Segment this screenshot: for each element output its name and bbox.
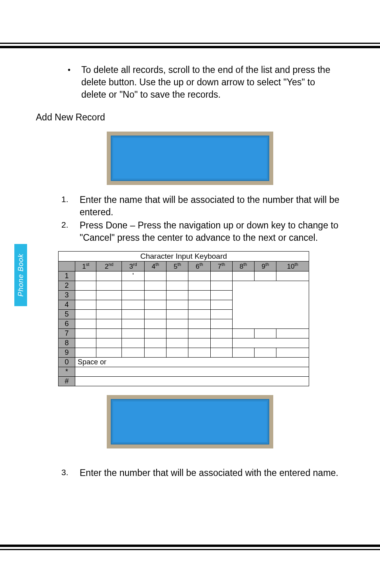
bullet-item: • To delete all records, scroll to the e… [68, 64, 340, 101]
step-text: Enter the number that will be associated… [80, 467, 340, 479]
cell [255, 348, 276, 357]
cell [188, 348, 210, 357]
cell [232, 338, 309, 348]
table-row: 5 [59, 309, 309, 319]
table-row: 2 [59, 281, 309, 290]
cell [210, 348, 232, 357]
cell [232, 319, 309, 328]
key-cell: 3 [59, 290, 75, 300]
table-header-cell: 9th [255, 262, 276, 271]
cell [210, 328, 232, 338]
cell [210, 319, 232, 328]
cell [188, 281, 210, 290]
cell [210, 338, 232, 348]
key-cell: 5 [59, 309, 75, 319]
cell [122, 290, 145, 300]
table-header-cell: 3rd [122, 262, 145, 271]
screen-placeholder-1 [36, 132, 344, 194]
table-header-cell: 10th [276, 262, 309, 271]
cell-span [75, 376, 309, 386]
cell [96, 338, 122, 348]
cell [96, 348, 122, 357]
cell [210, 281, 232, 290]
cell [232, 309, 309, 319]
step-1: 1. Enter the name that will be associate… [61, 194, 340, 218]
cell [145, 309, 166, 319]
ordered-steps-b: 3. Enter the number that will be associa… [61, 467, 340, 479]
cell [75, 348, 96, 357]
cell [122, 348, 145, 357]
cell [166, 281, 188, 290]
cell [255, 271, 276, 281]
bullet-marker: • [68, 64, 81, 101]
cell [166, 338, 188, 348]
cell [96, 271, 122, 281]
table-row: 9 [59, 348, 309, 357]
screen-placeholder-2 [36, 395, 344, 457]
cell [145, 328, 166, 338]
cell [188, 309, 210, 319]
top-rule [0, 43, 380, 48]
table-header-cell: 6th [188, 262, 210, 271]
heading-add-new-record: Add New Record [36, 112, 344, 123]
key-cell: * [59, 367, 75, 376]
cell [188, 271, 210, 281]
cell [96, 319, 122, 328]
table-header-cell: 4th [145, 262, 166, 271]
cell [75, 309, 96, 319]
key-cell: 8 [59, 338, 75, 348]
bottom-rule [0, 545, 380, 550]
cell [276, 328, 309, 338]
step-text: Enter the name that will be associated t… [80, 194, 340, 218]
table-header-cell: 1st [75, 262, 96, 271]
ordered-steps-a: 1. Enter the name that will be associate… [61, 194, 340, 244]
cell [96, 300, 122, 309]
cell [188, 319, 210, 328]
cell-span [75, 367, 309, 376]
cell [145, 338, 166, 348]
key-cell: 6 [59, 319, 75, 328]
cell [210, 271, 232, 281]
cell [75, 328, 96, 338]
table-header-cell [59, 262, 75, 271]
cell [122, 300, 145, 309]
cell [122, 338, 145, 348]
table-header-row: 1st 2nd 3rd 4th 5th 6th 7th 8th 9th 10th [59, 262, 309, 271]
cell [232, 271, 254, 281]
cell [96, 290, 122, 300]
cell [255, 328, 276, 338]
cell [210, 300, 232, 309]
cell: ' [122, 271, 145, 281]
key-cell: 0 [59, 357, 75, 367]
content-area: • To delete all records, scroll to the e… [0, 64, 380, 480]
cell [210, 309, 232, 319]
key-cell: # [59, 376, 75, 386]
cell [232, 281, 309, 290]
cell [75, 300, 96, 309]
bullet-list: • To delete all records, scroll to the e… [68, 64, 340, 101]
cell [210, 290, 232, 300]
character-input-table-wrap: Character Input Keyboard 1st 2nd 3rd 4th… [58, 251, 344, 386]
cell [145, 290, 166, 300]
character-input-table: Character Input Keyboard 1st 2nd 3rd 4th… [58, 251, 309, 386]
table-row: 0 Space or [59, 357, 309, 367]
table-row: 8 [59, 338, 309, 348]
cell [276, 348, 309, 357]
step-number: 2. [61, 219, 80, 244]
cell [232, 328, 254, 338]
table-row: # [59, 376, 309, 386]
table-row: 7 [59, 328, 309, 338]
cell [75, 290, 96, 300]
cell [232, 290, 309, 300]
cell [166, 309, 188, 319]
cell [122, 319, 145, 328]
lcd-frame-icon [107, 395, 273, 448]
cell [166, 328, 188, 338]
cell [166, 348, 188, 357]
step-number: 1. [61, 194, 80, 218]
cell [96, 328, 122, 338]
cell [232, 348, 254, 357]
table-header-cell: 8th [232, 262, 254, 271]
cell [232, 300, 309, 309]
step-2: 2. Press Done – Press the navigation up … [61, 219, 340, 244]
